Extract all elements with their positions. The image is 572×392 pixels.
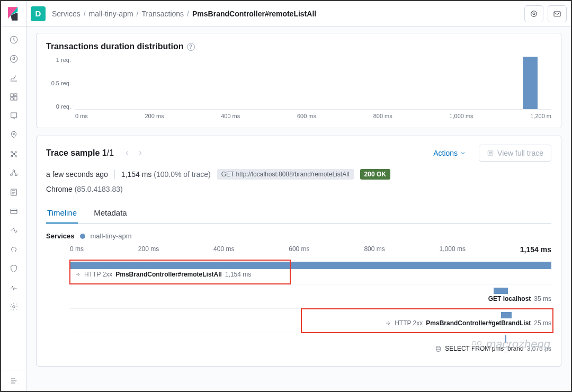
dashboard-icon[interactable] — [3, 88, 24, 106]
span-bar[interactable] — [501, 312, 512, 318]
collapse-icon[interactable] — [1, 370, 26, 391]
heartbeat-icon[interactable] — [3, 279, 24, 297]
breadcrumb-current: PmsBrandController#remoteListAll — [192, 10, 316, 18]
timeline-axis: 0 ms 200 ms 400 ms 600 ms 800 ms 1,000 m… — [70, 245, 551, 254]
actions-dropdown[interactable]: Actions — [433, 149, 466, 157]
span-bar[interactable] — [494, 288, 508, 294]
axis-tick: 400 ms — [213, 245, 234, 254]
breadcrumb-link[interactable]: Services — [52, 10, 81, 18]
svg-point-13 — [13, 170, 15, 172]
x-tick: 400 ms — [221, 113, 240, 119]
tab-metadata[interactable]: Metadata — [93, 203, 128, 223]
nav-sidebar — [1, 1, 26, 391]
span-bar[interactable] — [505, 335, 506, 343]
svg-point-14 — [10, 174, 12, 176]
svg-point-19 — [531, 11, 537, 16]
uptime-icon[interactable] — [3, 240, 24, 259]
span-row[interactable]: GET localhost 35 ms — [70, 284, 551, 309]
graph-icon[interactable] — [3, 164, 24, 182]
y-tick: 0 req. — [46, 103, 71, 110]
database-icon — [435, 345, 442, 352]
x-tick: 600 ms — [297, 113, 316, 119]
trace-title: Trace sample 1/1 — [46, 148, 114, 158]
recent-icon[interactable] — [3, 31, 24, 49]
next-sample-button[interactable] — [135, 147, 146, 159]
svg-point-20 — [533, 13, 535, 15]
svg-rect-2 — [11, 94, 13, 96]
svg-rect-17 — [11, 209, 17, 214]
axis-tick: 0 ms — [70, 245, 84, 254]
x-tick: 200 ms — [145, 113, 164, 119]
svg-point-23 — [436, 346, 441, 348]
panel-title: Transactions duration distribution ? — [46, 42, 551, 51]
compass-icon[interactable] — [3, 50, 24, 68]
services-legend: Services mall-tiny-apm — [46, 232, 551, 240]
space-badge[interactable]: D — [31, 6, 46, 21]
status-badge: 200 OK — [360, 169, 390, 180]
x-tick: 0 ms — [75, 113, 88, 119]
help-icon[interactable]: ? — [187, 43, 195, 51]
siem-icon[interactable] — [3, 260, 24, 278]
svg-rect-5 — [11, 98, 13, 101]
breadcrumb: Services/ mall-tiny-apm/ Transactions/ P… — [52, 10, 316, 18]
incoming-icon — [75, 271, 81, 278]
http-request-pill: GET http://localhost:8088/brand/remoteLi… — [217, 169, 354, 180]
tabs: Timeline Metadata — [46, 203, 551, 224]
user-agent: Chrome (85.0.4183.83) — [46, 185, 551, 193]
axis-tick: 1,000 ms — [440, 245, 466, 254]
axis-tick-end: 1,154 ms — [520, 245, 551, 254]
chart-bar[interactable] — [523, 57, 538, 109]
canvas-icon[interactable] — [3, 107, 24, 125]
svg-rect-6 — [11, 113, 16, 118]
topbar: D Services/ mall-tiny-apm/ Transactions/… — [26, 1, 571, 26]
legend-dot — [80, 234, 85, 239]
distribution-chart[interactable]: 1 req. 0.5 req. 0 req. 0 ms 200 ms 400 m… — [46, 57, 551, 119]
waterfall: HTTP 2xx PmsBrandController#remoteListAl… — [70, 260, 551, 358]
view-full-trace-button: View full trace — [479, 145, 551, 162]
ml-icon[interactable] — [3, 145, 24, 163]
breadcrumb-link[interactable]: mall-tiny-apm — [89, 10, 133, 18]
legend-service: mall-tiny-apm — [91, 232, 132, 240]
apm-icon[interactable] — [3, 221, 24, 239]
axis-tick: 200 ms — [138, 245, 159, 254]
metrics-icon[interactable] — [3, 202, 24, 220]
kibana-logo[interactable] — [1, 1, 26, 26]
breadcrumb-link[interactable]: Transactions — [141, 10, 184, 18]
alerts-icon[interactable] — [524, 5, 543, 22]
span-row[interactable]: HTTP 2xx PmsBrandController#remoteListAl… — [70, 260, 551, 284]
axis-tick: 600 ms — [289, 245, 309, 254]
logs-icon[interactable] — [3, 183, 24, 201]
mail-icon[interactable] — [548, 5, 567, 22]
trace-timestamp: a few seconds ago — [46, 170, 108, 179]
svg-point-1 — [10, 55, 17, 63]
tab-timeline[interactable]: Timeline — [46, 203, 78, 224]
x-tick: 800 ms — [373, 113, 392, 119]
y-tick: 0.5 req. — [46, 80, 71, 86]
x-tick: 1,000 ms — [449, 113, 473, 119]
svg-point-18 — [12, 306, 15, 308]
axis-tick: 800 ms — [364, 245, 385, 254]
span-row[interactable]: HTTP 2xx PmsBrandController#getBrandList… — [70, 309, 551, 333]
svg-point-15 — [15, 174, 17, 176]
svg-rect-21 — [554, 12, 560, 16]
settings-icon[interactable] — [3, 298, 24, 316]
svg-point-7 — [13, 133, 14, 135]
span-bar[interactable] — [70, 262, 551, 269]
maps-icon[interactable] — [3, 126, 24, 144]
trace-panel: Trace sample 1/1 Actions View full trace — [36, 136, 561, 367]
prev-sample-button[interactable] — [121, 147, 133, 159]
distribution-panel: Transactions duration distribution ? 1 r… — [36, 33, 561, 128]
span-row[interactable]: SELECT FROM pms_brand 3,075 µs — [70, 333, 551, 358]
content-area: Transactions duration distribution ? 1 r… — [26, 26, 571, 391]
visualize-icon[interactable] — [3, 69, 24, 87]
svg-rect-4 — [14, 96, 16, 100]
trace-duration: 1,154 ms (100.0% of trace) — [121, 170, 211, 179]
svg-rect-3 — [14, 94, 16, 95]
y-tick: 1 req. — [46, 57, 71, 63]
incoming-icon — [385, 320, 391, 326]
x-tick: 1,200 m — [530, 113, 551, 119]
